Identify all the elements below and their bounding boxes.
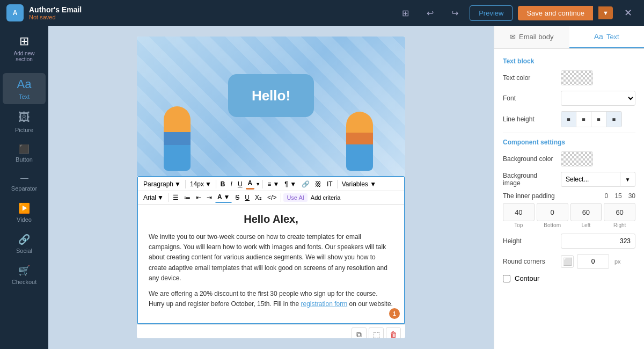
pad-right-value[interactable]: 60 bbox=[604, 203, 635, 221]
add-criteria-button[interactable]: Add criteria bbox=[309, 193, 343, 202]
email-canvas: Hello! Paragraph ▼ 14px ▼ B bbox=[137, 37, 405, 338]
main-layout: ⊞ Add new section Aa Text 🖼 Picture ⬛ Bu… bbox=[0, 26, 644, 349]
add-section-item[interactable]: ⊞ Add new section bbox=[3, 30, 46, 67]
sidebar-item-button[interactable]: ⬛ Button bbox=[3, 140, 46, 167]
strikethrough-button[interactable]: S bbox=[233, 193, 241, 202]
pad-left-label: Left bbox=[570, 222, 602, 228]
unordered-list-button[interactable]: ☰ bbox=[171, 193, 181, 202]
text-content[interactable]: Hello Alex, We invite you to our two-wee… bbox=[138, 205, 404, 323]
pad-top-label: Top bbox=[503, 222, 535, 228]
panel-body: Text block Text color Font Line hei bbox=[494, 49, 644, 289]
sidebar-item-social-label: Social bbox=[16, 248, 32, 254]
format-select[interactable]: ¶ ▼ bbox=[282, 179, 298, 189]
tab-email-body[interactable]: ✉ Email body bbox=[494, 26, 569, 48]
paragraph-select[interactable]: Paragraph ▼ bbox=[141, 179, 183, 189]
app-title: Author's Email Not saved bbox=[29, 5, 82, 20]
sidebar-item-video[interactable]: ▶️ Video bbox=[3, 198, 46, 227]
sidebar-item-text[interactable]: Aa Text bbox=[3, 73, 46, 104]
variables-label: Variables bbox=[342, 180, 368, 188]
underline2-button[interactable]: U bbox=[243, 193, 252, 202]
text-heading: Hello Alex, bbox=[149, 213, 393, 226]
save-status: Not saved bbox=[29, 14, 82, 20]
text-editor-block[interactable]: Paragraph ▼ 14px ▼ B I U A ▼ ≡ ▼ bbox=[137, 176, 405, 324]
text-color-row: Text color bbox=[503, 70, 635, 85]
lh-3-button[interactable]: ≡ bbox=[591, 112, 606, 127]
font-select[interactable]: Arial ▼ bbox=[141, 193, 166, 202]
grid-icon-button[interactable]: ⊞ bbox=[396, 3, 415, 23]
pad-top-value[interactable]: 40 bbox=[503, 203, 535, 221]
registration-link[interactable]: registration form bbox=[301, 300, 347, 308]
sidebar-item-separator[interactable]: ⸻ Separator bbox=[3, 169, 46, 196]
preview-button[interactable]: Preview bbox=[470, 5, 513, 21]
delete-button[interactable]: 🗑 bbox=[386, 327, 401, 338]
contour-checkbox[interactable] bbox=[503, 275, 510, 282]
undo-button[interactable]: ↩ bbox=[420, 3, 440, 23]
font-color-button[interactable]: A bbox=[246, 178, 255, 190]
inner-pad-30: 30 bbox=[628, 192, 635, 200]
bold-button[interactable]: B bbox=[218, 179, 228, 189]
font-size-chevron: ▼ bbox=[205, 180, 211, 188]
hero-text: Hello! bbox=[252, 88, 290, 104]
paragraph-chevron: ▼ bbox=[174, 180, 181, 188]
sidebar-item-checkout[interactable]: 🛒 Checkout bbox=[3, 260, 46, 289]
email-body-icon: ✉ bbox=[510, 33, 516, 41]
bg-image-select[interactable]: Select... bbox=[561, 172, 620, 187]
sidebar-item-picture[interactable]: 🖼 Picture bbox=[3, 106, 46, 137]
lh-4-button[interactable]: ≡ bbox=[606, 112, 621, 127]
checkout-icon: 🛒 bbox=[18, 265, 30, 277]
pad-right-label: Right bbox=[604, 222, 635, 228]
text-body-1: We invite you to our two-week course on … bbox=[149, 232, 393, 283]
section-text-block: Text block bbox=[503, 57, 635, 65]
ordered-list-button[interactable]: ≔ bbox=[182, 193, 193, 202]
bg-color-label: Background color bbox=[503, 155, 557, 163]
right-panel: ✉ Email body Aa Text Text block Text col… bbox=[494, 26, 644, 349]
round-corners-input[interactable] bbox=[577, 254, 609, 269]
close-button[interactable]: ✕ bbox=[618, 3, 638, 23]
link-button[interactable]: 🔗 bbox=[299, 179, 312, 189]
tab-text-label: Text bbox=[606, 33, 619, 41]
duplicate-button[interactable]: ⧉ bbox=[352, 327, 367, 338]
round-corners-control: ⬜ px bbox=[561, 254, 635, 269]
indent-left-button[interactable]: ⇤ bbox=[194, 193, 203, 202]
move-button[interactable]: ⬚ bbox=[369, 327, 384, 338]
font-select[interactable] bbox=[561, 91, 635, 106]
lh-2-button[interactable]: ≡ bbox=[576, 112, 591, 127]
font-color-a-button[interactable]: A ▼ bbox=[215, 192, 232, 203]
subscript-button[interactable]: X₂ bbox=[253, 193, 264, 202]
font-size-select[interactable]: 14px ▼ bbox=[188, 179, 214, 189]
bg-color-row: Background color bbox=[503, 151, 635, 166]
app-name: Author's Email bbox=[29, 5, 82, 14]
divider-1 bbox=[503, 133, 635, 133]
chain-button[interactable]: ⛓ bbox=[313, 179, 324, 189]
line-height-buttons: ≡ ≡ ≡ ≡ bbox=[561, 111, 622, 127]
use-ai-button[interactable]: Use AI bbox=[283, 193, 307, 202]
canvas-hero: Hello! bbox=[137, 37, 405, 176]
pad-left-value[interactable]: 60 bbox=[570, 203, 602, 221]
save-continue-dropdown[interactable]: ▼ bbox=[598, 6, 613, 19]
tab-text[interactable]: Aa Text bbox=[569, 26, 645, 48]
line-height-row: Line height ≡ ≡ ≡ ≡ bbox=[503, 111, 635, 127]
bg-image-dropdown[interactable]: ▼ bbox=[620, 172, 635, 187]
underline-button[interactable]: U bbox=[236, 179, 245, 189]
height-input[interactable] bbox=[561, 234, 635, 249]
indent-right-button[interactable]: ⇥ bbox=[204, 193, 214, 202]
bg-color-picker[interactable] bbox=[561, 151, 593, 166]
font-row: Font bbox=[503, 91, 635, 106]
redo-button[interactable]: ↪ bbox=[445, 3, 464, 23]
save-continue-button[interactable]: Save and continue bbox=[518, 6, 593, 20]
variables-button[interactable]: Variables ▼ bbox=[340, 179, 378, 189]
lh-1-button[interactable]: ≡ bbox=[561, 112, 576, 127]
contour-label: Contour bbox=[515, 274, 539, 282]
arial-label: Arial bbox=[143, 194, 156, 201]
separator-2 bbox=[216, 180, 216, 188]
canvas-area[interactable]: Hello! Paragraph ▼ 14px ▼ B bbox=[48, 26, 494, 349]
align-select[interactable]: ≡ ▼ bbox=[265, 179, 281, 189]
font-control bbox=[561, 91, 635, 106]
pad-bottom-label: Bottom bbox=[537, 222, 568, 228]
text-color-picker[interactable] bbox=[561, 70, 593, 85]
code-button[interactable]: </> bbox=[265, 193, 279, 202]
sidebar-item-social[interactable]: 🔗 Social bbox=[3, 229, 46, 258]
pad-bottom-value[interactable]: 0 bbox=[537, 203, 568, 221]
italic-button[interactable]: I bbox=[229, 179, 235, 189]
custom-button[interactable]: IT bbox=[325, 179, 335, 189]
